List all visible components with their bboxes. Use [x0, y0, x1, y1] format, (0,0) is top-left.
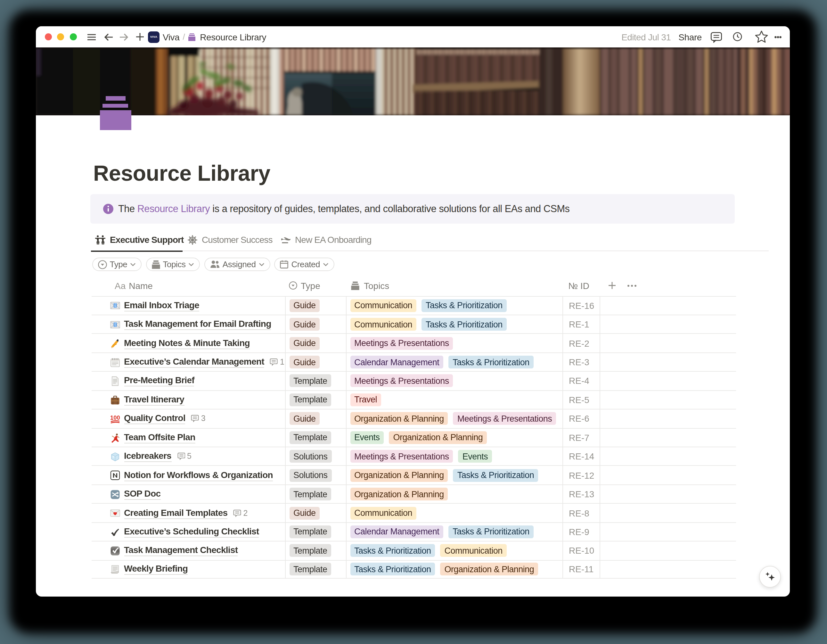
svg-text:100: 100 — [110, 414, 120, 421]
